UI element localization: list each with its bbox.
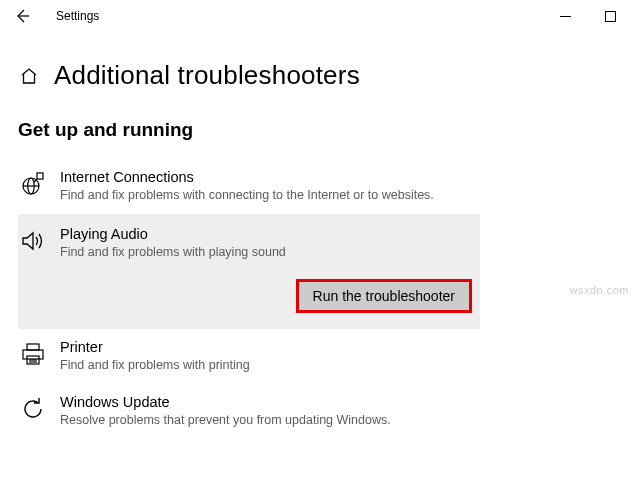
minimize-button[interactable] — [543, 0, 588, 32]
maximize-button[interactable] — [588, 0, 633, 32]
svg-rect-8 — [23, 350, 43, 359]
svg-rect-5 — [37, 173, 43, 179]
run-troubleshooter-button[interactable]: Run the troubleshooter — [298, 281, 470, 311]
globe-network-icon — [20, 171, 46, 197]
home-icon[interactable] — [18, 65, 40, 87]
item-title: Printer — [60, 339, 474, 355]
item-desc: Find and fix problems with printing — [60, 357, 474, 374]
page-header: Additional troubleshooters — [18, 60, 621, 91]
back-button[interactable] — [6, 0, 38, 32]
maximize-icon — [605, 11, 616, 22]
troubleshooter-playing-audio[interactable]: Playing Audio Find and fix problems with… — [18, 214, 480, 275]
item-desc: Find and fix problems with connecting to… — [60, 187, 474, 204]
content-area: Additional troubleshooters Get up and ru… — [0, 32, 639, 439]
speaker-icon — [20, 228, 46, 254]
printer-icon — [20, 341, 46, 367]
minimize-icon — [560, 11, 571, 22]
watermark: wsxdn.com — [569, 284, 629, 296]
item-title: Windows Update — [60, 394, 474, 410]
window-title: Settings — [56, 9, 99, 23]
item-title: Playing Audio — [60, 226, 474, 242]
item-desc: Resolve problems that prevent you from u… — [60, 412, 474, 429]
arrow-left-icon — [14, 8, 30, 24]
item-title: Internet Connections — [60, 169, 474, 185]
troubleshooter-internet-connections[interactable]: Internet Connections Find and fix proble… — [18, 159, 480, 214]
run-troubleshooter-row: Run the troubleshooter — [18, 275, 480, 329]
update-sync-icon — [20, 396, 46, 422]
section-heading: Get up and running — [18, 119, 621, 141]
item-desc: Find and fix problems with playing sound — [60, 244, 474, 261]
titlebar: Settings — [0, 0, 639, 32]
troubleshooter-printer[interactable]: Printer Find and fix problems with print… — [18, 329, 480, 384]
page-title: Additional troubleshooters — [54, 60, 360, 91]
troubleshooter-windows-update[interactable]: Windows Update Resolve problems that pre… — [18, 384, 480, 439]
svg-rect-1 — [606, 11, 616, 21]
svg-rect-7 — [27, 344, 39, 350]
